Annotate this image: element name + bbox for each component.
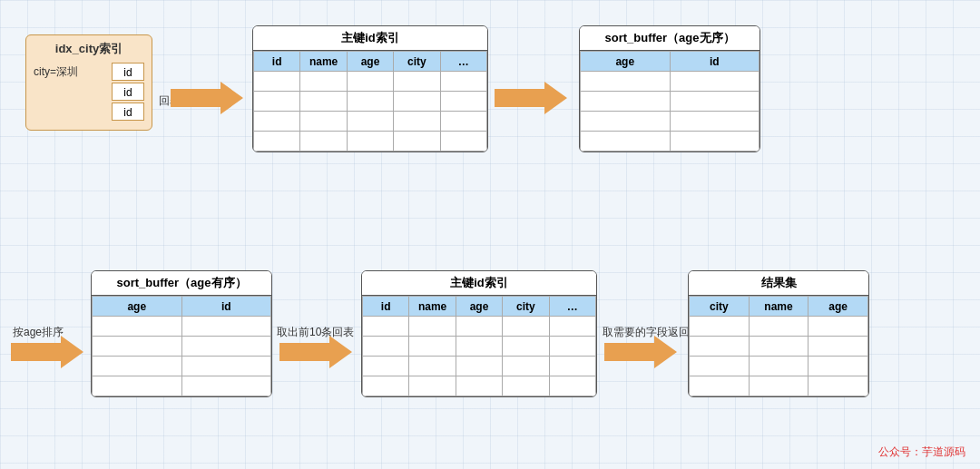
col-age-1: age (347, 52, 393, 72)
city-label: city=深圳 (34, 64, 78, 80)
svg-marker-2 (495, 82, 567, 114)
main-index-title-1: 主键id索引 (253, 26, 487, 51)
result-set: 结果集 city name age (688, 270, 869, 397)
arrow1-svg (171, 80, 243, 116)
col-dots-2: … (549, 297, 595, 317)
svg-marker-3 (11, 336, 83, 368)
sort-buffer-2-table: age id (92, 296, 271, 396)
main-index-2-table: id name age city … (362, 296, 596, 396)
sort-buffer-2: sort_buffer（age有序） age id (91, 270, 272, 397)
col-id-1: id (254, 52, 300, 72)
sort-buffer-2-title: sort_buffer（age有序） (92, 271, 271, 296)
rs-col-name: name (749, 297, 808, 317)
sb1-col-age: age (581, 52, 671, 72)
arrow5-svg (604, 334, 677, 370)
col-dots-1: … (440, 52, 486, 72)
main-index-table-1: 主键id索引 id name age city … (252, 25, 488, 152)
rs-col-city: city (690, 297, 750, 317)
arrow3-svg (11, 334, 83, 370)
idx-city-row-2: id (34, 83, 144, 101)
result-set-table: city name age (689, 296, 868, 396)
main-index-table-2: 主键id索引 id name age city … (361, 270, 597, 397)
col-id-2: id (363, 297, 409, 317)
idx-city-title: idx_city索引 (34, 41, 144, 57)
svg-marker-5 (604, 336, 677, 368)
id-cell-3: id (112, 103, 144, 121)
main-index-title-2: 主键id索引 (362, 271, 596, 296)
rs-col-age: age (808, 297, 868, 317)
sort-buffer-1: sort_buffer（age无序） age id (579, 25, 760, 152)
sort-buffer-1-title: sort_buffer（age无序） (580, 26, 760, 51)
col-city-1: city (394, 52, 440, 72)
arrow4-svg (279, 334, 352, 370)
main-index-1-table: id name age city … (253, 51, 487, 151)
canvas: idx_city索引 city=深圳 id id id 回表 主键id索引 id… (0, 0, 980, 469)
svg-marker-4 (279, 336, 352, 368)
idx-city-row-1: city=深圳 id (34, 63, 144, 81)
sb2-col-age: age (93, 297, 182, 317)
sb2-col-id: id (181, 297, 271, 317)
arrow2-svg (495, 80, 567, 116)
result-set-title: 结果集 (689, 271, 868, 296)
sort-buffer-1-table: age id (580, 51, 760, 151)
col-name-1: name (300, 52, 347, 72)
idx-city-row-3: id (34, 103, 144, 121)
sb1-col-id: id (670, 52, 760, 72)
watermark: 公众号：芋道源码 (878, 445, 965, 460)
id-cell-2: id (112, 83, 144, 101)
col-name-2: name (409, 297, 456, 317)
svg-marker-1 (171, 82, 243, 114)
idx-city-box: idx_city索引 city=深圳 id id id (25, 34, 152, 131)
id-cell-1: id (112, 63, 144, 81)
col-age-2: age (456, 297, 502, 317)
col-city-2: city (503, 297, 549, 317)
